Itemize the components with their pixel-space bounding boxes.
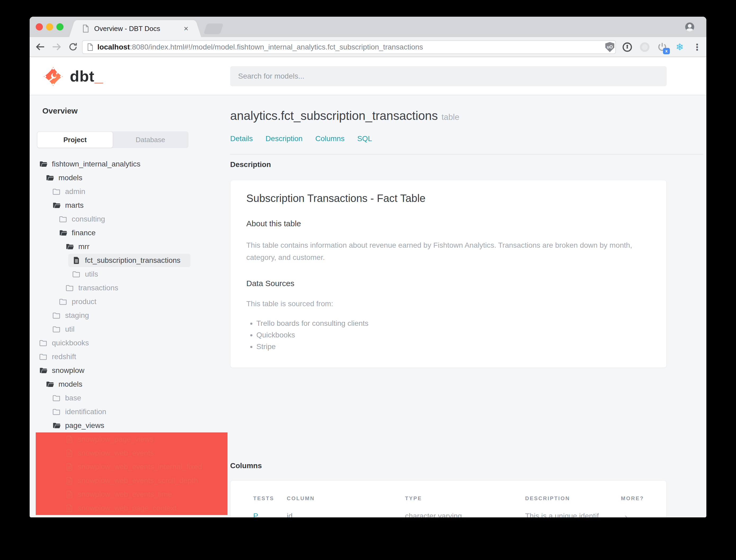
chevron-right-icon[interactable]: › <box>625 512 627 517</box>
file-icon <box>72 256 81 265</box>
logo-underscore: _ <box>94 67 103 85</box>
reload-button[interactable] <box>67 41 79 53</box>
tree-item-folder[interactable]: fishtown_internal_analytics <box>30 157 228 171</box>
password-manager-extension-icon[interactable] <box>622 42 633 53</box>
dbt-logo[interactable]: dbt_ <box>43 67 103 86</box>
browser-window: Overview - DBT Docs × <box>30 17 706 517</box>
model-file-icon <box>65 504 74 512</box>
folder-open-icon <box>52 421 61 430</box>
source-item: Stripe <box>256 341 651 353</box>
nav-link-sql[interactable]: SQL <box>357 134 372 143</box>
tree-item-model[interactable]: snowplow_web_page_context <box>36 501 228 515</box>
columns-section-label: Columns <box>230 462 262 470</box>
tree-item-folder[interactable]: utils <box>30 267 228 281</box>
sidebar-view-switch: Project Database <box>37 132 188 148</box>
model-file-icon <box>65 449 74 457</box>
urlbar-page-icon <box>87 43 94 51</box>
browser-tab[interactable]: Overview - DBT Docs × <box>76 20 194 37</box>
sources-list: Trello boards for consulting clients Qui… <box>256 318 651 353</box>
model-file-icon <box>65 463 74 471</box>
fullscreen-window-button[interactable] <box>56 23 64 30</box>
about-text: This table contains information about re… <box>246 239 651 264</box>
tree-item-model[interactable]: snowplow_web_events <box>36 446 228 460</box>
folder-closed-icon <box>39 339 48 347</box>
tree-item-folder[interactable]: transactions <box>30 281 228 295</box>
folder-closed-icon <box>52 325 61 333</box>
tab-database[interactable]: Database <box>113 132 188 148</box>
tree-item-folder[interactable]: quickbooks <box>30 336 228 350</box>
extension-x-badge: x <box>663 48 670 54</box>
main-panel: analytics.fct_subscription_transactionst… <box>228 95 706 517</box>
column-header-tests: TESTS <box>253 495 274 502</box>
ublock-extension-icon[interactable]: uO <box>604 42 615 53</box>
tree-item-folder[interactable]: page_views <box>30 419 228 432</box>
column-header-type: TYPE <box>405 495 422 502</box>
generic-extension-icon[interactable] <box>639 42 650 53</box>
table-row[interactable]: P id character varying This is a unique … <box>231 512 666 517</box>
url-bar[interactable]: localhost:8080/index.html#!/model/model.… <box>82 40 616 54</box>
browser-profile-avatar[interactable] <box>685 22 694 31</box>
tree-item-model[interactable]: snowplow_web_events_internal_fixed <box>36 460 228 474</box>
tree-item-folder[interactable]: admin <box>30 185 228 198</box>
nav-link-description[interactable]: Description <box>266 134 303 143</box>
browser-tabstrip: Overview - DBT Docs × <box>30 17 706 37</box>
sidebar: Overview Project Database fishtown_inter… <box>30 95 228 517</box>
tree-item-folder[interactable]: models <box>30 377 228 391</box>
power-toggle-extension-icon[interactable]: x <box>657 42 668 53</box>
tree-item-folder[interactable]: product <box>30 295 228 309</box>
cell-tests: P <box>253 512 258 517</box>
source-item: Quickbooks <box>256 329 651 341</box>
search-input[interactable] <box>230 66 667 86</box>
tree-item-folder[interactable]: models <box>30 171 228 185</box>
about-heading: About this table <box>246 219 651 228</box>
folder-closed-icon <box>52 408 61 416</box>
cell-description: This is a unique identif… <box>525 512 606 517</box>
tree-item-folder[interactable]: base <box>30 391 228 405</box>
folder-closed-icon <box>52 394 61 402</box>
model-file-icon <box>65 476 74 485</box>
page-title-suffix: table <box>441 112 459 122</box>
folder-closed-icon <box>52 311 61 320</box>
model-file-icon <box>65 490 74 499</box>
kebab-menu-icon: ⋮ <box>693 42 702 52</box>
tree-item-model[interactable]: snowplow_web_events_time <box>36 487 228 501</box>
tab-title: Overview - DBT Docs <box>94 25 179 33</box>
folder-open-icon <box>59 229 67 237</box>
cell-column: id <box>287 512 293 517</box>
folder-open-icon <box>52 201 61 210</box>
new-tab-button[interactable] <box>204 24 224 34</box>
tab-project[interactable]: Project <box>37 132 113 148</box>
snowflake-icon: ❄ <box>676 42 684 52</box>
close-window-button[interactable] <box>36 23 43 30</box>
url-text: localhost:8080/index.html#!/model/model.… <box>97 43 423 51</box>
tree-item-folder[interactable]: snowplow <box>30 364 228 377</box>
app-content: Overview Project Database fishtown_inter… <box>30 95 706 517</box>
tree-item-folder[interactable]: staging <box>30 309 228 322</box>
tree-item-selected-model[interactable]: fct_subscription_transactions <box>30 254 228 267</box>
browser-menu-button[interactable]: ⋮ <box>692 42 703 53</box>
divider <box>230 154 703 155</box>
nav-link-details[interactable]: Details <box>230 134 253 143</box>
tab-close-icon[interactable]: × <box>184 25 188 33</box>
tree-item-folder[interactable]: finance <box>30 226 228 240</box>
tree-item-folder[interactable]: mrr <box>30 240 228 254</box>
forward-button[interactable] <box>51 41 62 53</box>
tree-item-folder[interactable]: redshift <box>30 350 228 364</box>
page-title: analytics.fct_subscription_transactionst… <box>230 109 459 123</box>
project-file-tree: fishtown_internal_analytics models admin… <box>30 157 228 515</box>
description-card: Subscription Transactions - Fact Table A… <box>230 180 667 368</box>
minimize-window-button[interactable] <box>46 23 53 30</box>
folder-open-icon <box>39 366 48 375</box>
tree-item-folder[interactable]: util <box>30 322 228 336</box>
back-button[interactable] <box>34 41 46 53</box>
nav-link-columns[interactable]: Columns <box>315 134 345 143</box>
tree-item-folder[interactable]: consulting <box>30 212 228 226</box>
url-host: localhost <box>97 43 130 51</box>
tree-item-model[interactable]: snowplow_web_events_scroll_depth <box>36 474 228 487</box>
tree-item-folder[interactable]: marts <box>30 198 228 212</box>
tree-item-model[interactable]: snowplow_page_views <box>36 432 228 446</box>
snowflake-extension-icon[interactable]: ❄ <box>674 42 685 53</box>
folder-open-icon <box>46 174 54 182</box>
tree-item-folder[interactable]: identification <box>30 405 228 419</box>
folder-closed-icon <box>52 187 61 196</box>
